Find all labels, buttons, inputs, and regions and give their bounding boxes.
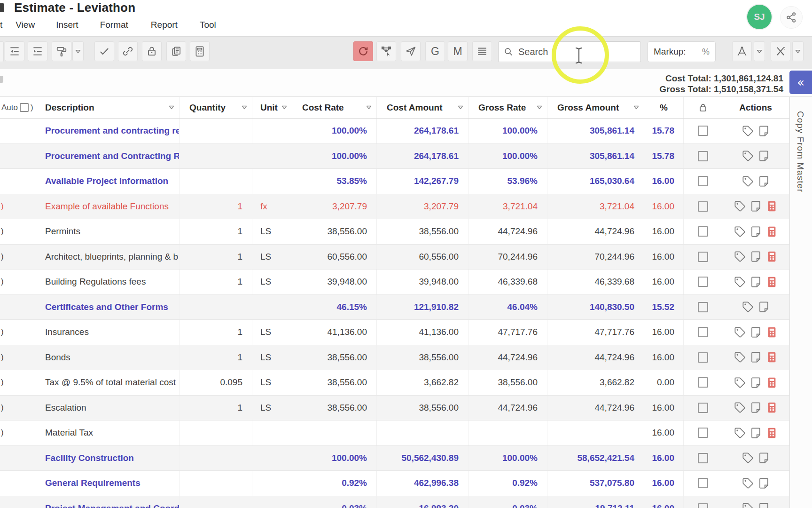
cost-rate-cell[interactable]: 100.00% [292,144,377,169]
gross-rate-cell[interactable]: 100.00% [468,144,547,169]
quantity-cell[interactable]: 1 [180,270,252,294]
quantity-cell[interactable]: 1 [180,345,252,370]
unit-cell[interactable]: LS [252,245,292,270]
gross-amount-cell[interactable]: 44,724.96 [547,219,644,244]
lock-checkbox[interactable] [698,201,708,212]
calculator-doc-icon[interactable] [765,427,778,439]
lock-checkbox[interactable] [698,176,708,186]
tag-icon[interactable] [734,351,746,364]
unit-cell[interactable] [252,446,292,471]
menu-item-clipped[interactable]: t [0,20,2,30]
note-icon[interactable] [750,276,762,288]
cost-rate-cell[interactable]: 60,556.00 [292,245,377,270]
cost-rate-cell[interactable]: 38,556.00 [292,370,377,395]
tag-icon[interactable] [734,225,746,238]
sort-arrow-icon[interactable] [281,105,287,110]
description-cell[interactable]: Escalation [35,396,180,421]
unit-cell[interactable]: LS [252,370,292,395]
unit-cell[interactable]: fx [252,194,292,219]
cost-rate-cell[interactable]: 0.03% [292,496,377,508]
tag-icon[interactable] [734,326,746,339]
table-row[interactable]: Available Project Information53.85%142,2… [0,169,789,194]
table-row[interactable]: )Permints1LS38,556.0038,556.0044,724.964… [0,219,789,245]
lock-checkbox[interactable] [698,453,708,463]
description-cell[interactable]: Material Tax [35,421,180,445]
unit-column-header[interactable]: Unit [252,97,292,118]
cost-rate-cell[interactable]: 100.00% [292,446,377,471]
note-icon[interactable] [757,301,770,313]
copy-rows-button[interactable] [166,41,186,61]
cost-rate-cell[interactable]: 53.85% [292,169,377,194]
unit-cell[interactable]: LS [252,396,292,421]
lock-checkbox[interactable] [698,503,708,508]
menu-item-tool[interactable]: Tool [200,20,216,30]
cost-amount-cell[interactable]: 60,556.00 [377,245,468,270]
export-pdf-dropdown[interactable] [754,41,765,61]
gross-amount-cell[interactable]: 3,662.82 [547,370,644,395]
lock-checkbox[interactable] [698,277,708,287]
gross-rate-cell[interactable]: 47,717.76 [468,320,547,345]
cost-amount-cell[interactable]: 38,556.00 [377,219,468,244]
gross-amount-column-header[interactable]: Gross Amount [547,97,644,118]
gross-amount-cell[interactable] [547,421,644,445]
cost-rate-cell[interactable] [292,421,377,445]
gross-rate-cell[interactable]: 0.92% [468,471,547,496]
sort-arrow-icon[interactable] [537,105,542,110]
gross-rate-cell[interactable]: 44,724.96 [468,219,547,244]
lock-checkbox[interactable] [698,151,708,161]
table-row[interactable]: )Insurances1LS41,136.0041,136.0047,717.7… [0,320,789,345]
tag-icon[interactable] [742,150,754,162]
tag-icon[interactable] [734,376,746,389]
refresh-button[interactable] [353,41,373,61]
gross-amount-cell[interactable]: 140,830.50 [547,295,644,320]
cost-rate-cell[interactable]: 38,556.00 [292,396,377,421]
description-cell[interactable]: Procurement and Contracting Re [35,144,180,169]
gross-rate-cell[interactable] [468,421,547,445]
unit-cell[interactable] [252,496,292,508]
quantity-cell[interactable] [180,496,252,508]
auto-checkbox[interactable] [20,103,29,112]
gross-rate-cell[interactable]: 38,556.00 [468,370,547,395]
quantity-cell[interactable]: 1 [180,194,252,219]
cost-rate-cell[interactable]: 3,207.79 [292,194,377,219]
quantity-cell[interactable] [180,295,252,320]
quantity-cell[interactable]: 0.095 [180,370,252,395]
cost-rate-cell[interactable]: 46.15% [292,295,377,320]
quantity-cell[interactable] [180,421,252,445]
node-select-button[interactable] [376,41,396,61]
gross-amount-cell[interactable]: 165,030.64 [547,169,644,194]
tag-icon[interactable] [734,427,746,439]
calculator-doc-icon[interactable] [765,326,778,339]
quantity-cell[interactable] [180,471,252,496]
cost-rate-column-header[interactable]: Cost Rate [292,97,377,118]
tag-icon[interactable] [742,301,754,313]
gross-amount-cell[interactable]: 19,712.11 [547,496,644,508]
description-cell[interactable]: Available Project Information [35,169,180,194]
table-row[interactable]: General Requirements0.92%462,996.380.92%… [0,471,789,496]
tag-icon[interactable] [742,125,754,137]
menu-item-insert[interactable]: Insert [56,20,78,30]
table-row[interactable]: )Example of available Functions1fx3,207.… [0,194,789,220]
cost-amount-cell[interactable]: 264,178.61 [377,144,468,169]
quantity-cell[interactable]: 1 [180,396,252,421]
format-painter-dropdown[interactable] [72,41,84,61]
note-icon[interactable] [750,376,762,389]
calculator-doc-icon[interactable] [765,250,778,263]
lock-button[interactable] [142,41,162,61]
note-icon[interactable] [750,401,762,414]
approve-button[interactable] [94,41,114,61]
description-cell[interactable]: Facility Construction [35,446,180,471]
table-row[interactable]: Procurement and Contracting Re100.00%264… [0,144,789,169]
tag-icon[interactable] [734,276,746,288]
lock-checkbox[interactable] [698,126,708,136]
gross-rate-column-header[interactable]: Gross Rate [468,97,547,118]
cost-amount-cell[interactable] [377,421,468,445]
lock-checkbox[interactable] [698,478,708,488]
microsoft-button[interactable]: M [448,41,468,61]
calculator-doc-icon[interactable] [765,200,778,213]
cost-rate-cell[interactable]: 38,556.00 [292,219,377,244]
unit-cell[interactable]: LS [252,219,292,244]
gross-rate-cell[interactable]: 53.96% [468,169,547,194]
cost-rate-cell[interactable]: 38,556.00 [292,345,377,370]
quantity-column-header[interactable]: Quantity [180,97,252,118]
